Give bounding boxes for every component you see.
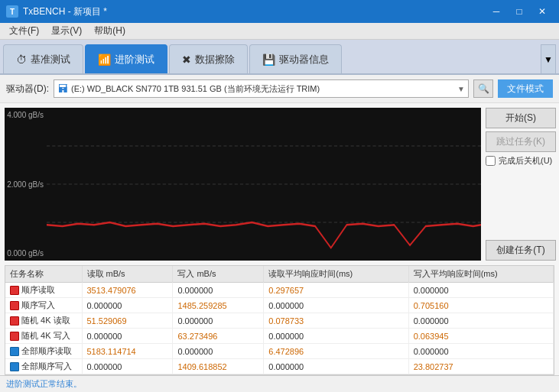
status-text: 进阶测试正常结束。 <box>6 378 82 390</box>
chart-y-label-mid: 2.000 gB/s <box>5 180 47 189</box>
cell-write: 1409.618852 <box>173 359 264 374</box>
cell-read: 0.000000 <box>82 329 173 344</box>
cell-read-avg: 6.472896 <box>264 344 408 359</box>
cell-read: 0.000000 <box>82 298 173 313</box>
dropdown-arrow-icon: ▼ <box>457 85 465 93</box>
chart-container: 4.000 gB/s 2.000 gB/s 0.000 gB/s <box>5 108 481 261</box>
cell-read-avg: 0.000000 <box>264 359 408 374</box>
table-header-row: 任务名称 读取 mB/s 写入 mB/s 读取平均响应时间(ms) 写入平均响应… <box>5 266 554 283</box>
drive-bar: 驱动器(D): 🖬 (E:) WD_BLACK SN770 1TB 931.51… <box>0 75 559 103</box>
cell-name: 全部顺序读取 <box>5 344 82 359</box>
col-write-avg: 写入平均响应时间(ms) <box>408 266 553 283</box>
table-row: 顺序读取 3513.479076 0.000000 0.297657 0.000… <box>5 283 554 298</box>
tab-advanced[interactable]: 📶 进阶测试 <box>85 44 167 73</box>
right-panel: 开始(S) 跳过任务(K) 完成后关机(U) 创建任务(T) <box>483 103 559 265</box>
disk-icon: 🖬 <box>57 83 68 95</box>
tab-bar: ⏱ 基准测试 📶 进阶测试 ✖ 数据擦除 💾 驱动器信息 ▼ <box>0 40 559 75</box>
cell-read-avg: 0.078733 <box>264 313 408 329</box>
col-read: 读取 mB/s <box>82 266 173 283</box>
chart-plot-area <box>47 108 481 261</box>
drive-text: (E:) WD_BLACK SN770 1TB 931.51 GB (当前环境无… <box>71 83 454 95</box>
tab-erase-icon: ✖ <box>182 53 191 66</box>
table-row: 全部顺序写入 0.000000 1409.618852 0.000000 23.… <box>5 359 554 374</box>
main-content: 驱动器(D): 🖬 (E:) WD_BLACK SN770 1TB 931.51… <box>0 75 559 392</box>
cell-read-avg: 0.000000 <box>264 329 408 344</box>
chart-svg <box>47 108 481 261</box>
cell-write-avg: 0.063945 <box>408 329 553 344</box>
drive-label: 驱动器(D): <box>6 83 49 96</box>
shutdown-label: 完成后关机(U) <box>499 155 552 167</box>
cell-name: 顺序读取 <box>5 283 82 298</box>
col-read-avg: 读取平均响应时间(ms) <box>264 266 408 283</box>
cell-name: 随机 4K 写入 <box>5 329 82 344</box>
tab-driver-icon: 💾 <box>262 53 275 66</box>
tab-basic[interactable]: ⏱ 基准测试 <box>3 44 83 73</box>
start-button[interactable]: 开始(S) <box>486 108 556 128</box>
chart-section: 4.000 gB/s 2.000 gB/s 0.000 gB/s <box>5 108 481 261</box>
cell-read: 3513.479076 <box>82 283 173 298</box>
menu-bar: 文件(F) 显示(V) 帮助(H) <box>0 23 559 40</box>
chart-y-labels: 4.000 gB/s 2.000 gB/s 0.000 gB/s <box>5 108 47 261</box>
table-section: 任务名称 读取 mB/s 写入 mB/s 读取平均响应时间(ms) 写入平均响应… <box>5 265 554 375</box>
status-bar: 进阶测试正常结束。 <box>0 375 559 392</box>
table-row: 随机 4K 写入 0.000000 63.273496 0.000000 0.0… <box>5 329 554 344</box>
menu-file[interactable]: 文件(F) <box>3 23 45 39</box>
shutdown-checkbox-row: 完成后关机(U) <box>486 155 556 167</box>
cell-read-avg: 0.297657 <box>264 283 408 298</box>
skip-task-button[interactable]: 跳过任务(K) <box>486 131 556 152</box>
cell-write: 0.000000 <box>173 344 264 359</box>
tab-advanced-icon: 📶 <box>98 53 111 66</box>
tab-basic-label: 基准测试 <box>31 53 70 66</box>
chart-y-label-top: 4.000 gB/s <box>5 111 47 119</box>
cell-name: 全部顺序写入 <box>5 359 82 374</box>
col-task-name: 任务名称 <box>5 266 82 283</box>
close-button[interactable]: ✕ <box>531 4 553 19</box>
drive-search-button[interactable]: 🔍 <box>473 79 493 98</box>
cell-write: 1485.259285 <box>173 298 264 313</box>
content-area: 4.000 gB/s 2.000 gB/s 0.000 gB/s <box>0 103 559 265</box>
app-title: TxBENCH - 新项目 * <box>23 5 107 18</box>
table-row: 顺序写入 0.000000 1485.259285 0.000000 0.705… <box>5 298 554 313</box>
tab-driver-label: 驱动器信息 <box>279 53 329 66</box>
results-table: 任务名称 读取 mB/s 写入 mB/s 读取平均响应时间(ms) 写入平均响应… <box>5 266 554 374</box>
tab-driver[interactable]: 💾 驱动器信息 <box>249 44 342 73</box>
menu-help[interactable]: 帮助(H) <box>88 23 132 39</box>
tab-erase-label: 数据擦除 <box>195 53 235 66</box>
cell-write-avg: 0.000000 <box>408 283 553 298</box>
cell-name: 随机 4K 读取 <box>5 313 82 329</box>
minimize-button[interactable]: ─ <box>486 4 507 19</box>
col-write: 写入 mB/s <box>173 266 264 283</box>
maximize-button[interactable]: □ <box>509 4 530 19</box>
tab-advanced-label: 进阶测试 <box>115 53 154 66</box>
cell-read: 51.529069 <box>82 313 173 329</box>
tab-dropdown-button[interactable]: ▼ <box>541 44 556 73</box>
create-task-button[interactable]: 创建任务(T) <box>486 240 556 261</box>
menu-view[interactable]: 显示(V) <box>45 23 88 39</box>
table-row: 随机 4K 读取 51.529069 0.000000 0.078733 0.0… <box>5 313 554 329</box>
title-bar-left: T TxBENCH - 新项目 * <box>6 5 107 18</box>
file-mode-button[interactable]: 文件模式 <box>498 79 553 98</box>
drive-selector[interactable]: 🖬 (E:) WD_BLACK SN770 1TB 931.51 GB (当前环… <box>54 79 469 98</box>
shutdown-checkbox[interactable] <box>486 156 496 166</box>
window-controls: ─ □ ✕ <box>486 4 553 19</box>
tab-basic-icon: ⏱ <box>16 53 27 66</box>
table-row: 全部顺序读取 5183.114714 0.000000 6.472896 0.0… <box>5 344 554 359</box>
cell-write-avg: 0.705160 <box>408 298 553 313</box>
app-icon: T <box>6 5 18 18</box>
title-bar: T TxBENCH - 新项目 * ─ □ ✕ <box>0 0 559 23</box>
tab-erase[interactable]: ✖ 数据擦除 <box>169 44 248 73</box>
cell-name: 顺序写入 <box>5 298 82 313</box>
cell-write-avg: 0.000000 <box>408 344 553 359</box>
cell-read-avg: 0.000000 <box>264 298 408 313</box>
cell-read: 5183.114714 <box>82 344 173 359</box>
cell-write: 0.000000 <box>173 313 264 329</box>
cell-write-avg: 0.000000 <box>408 313 553 329</box>
cell-write: 0.000000 <box>173 283 264 298</box>
cell-read: 0.000000 <box>82 359 173 374</box>
cell-write: 63.273496 <box>173 329 264 344</box>
cell-write-avg: 23.802737 <box>408 359 553 374</box>
chart-y-label-bottom: 0.000 gB/s <box>5 249 47 258</box>
